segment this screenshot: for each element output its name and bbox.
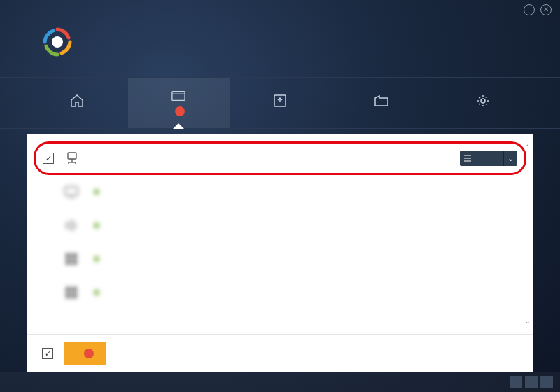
close-button[interactable]: ✕ <box>540 4 552 15</box>
gplus-button[interactable] <box>540 376 553 388</box>
chevron-down-icon[interactable]: ⌄ <box>503 150 517 166</box>
svg-rect-18 <box>72 260 77 265</box>
gear-icon <box>476 94 490 107</box>
display-icon <box>63 183 80 200</box>
svg-rect-13 <box>65 187 78 195</box>
backup-icon <box>273 94 287 107</box>
brand <box>42 27 81 57</box>
svg-rect-5 <box>68 153 76 159</box>
driver-row <box>36 175 524 209</box>
update-button[interactable]: ⌄ <box>460 150 517 166</box>
driver-row <box>36 242 524 276</box>
driver-row <box>36 276 524 309</box>
status-dot-icon <box>94 223 99 228</box>
scroll-up-icon[interactable]: ⌃ <box>524 143 532 151</box>
svg-rect-19 <box>66 287 71 292</box>
svg-point-4 <box>481 99 485 103</box>
status-dot-icon <box>94 189 99 195</box>
twitter-button[interactable] <box>525 376 538 388</box>
svg-rect-16 <box>72 253 77 258</box>
select-all-checkbox[interactable] <box>42 348 53 359</box>
network-adapter-icon <box>64 150 80 167</box>
download-install-button[interactable] <box>64 342 106 365</box>
status-dot-icon <box>94 256 99 262</box>
svg-rect-15 <box>66 253 71 258</box>
panel-footer <box>27 334 533 372</box>
svg-point-0 <box>52 36 63 48</box>
main-nav <box>0 77 560 129</box>
status-bar <box>0 372 560 392</box>
nav-home[interactable] <box>27 78 128 128</box>
status-dot-icon <box>94 290 99 295</box>
audio-icon <box>63 217 80 234</box>
nav-settings[interactable] <box>432 78 533 128</box>
scroll-down-icon[interactable]: ⌄ <box>524 317 532 326</box>
driver-list: ⌄ ⌃ ⌄ <box>27 134 533 334</box>
row-checkbox[interactable] <box>43 153 54 164</box>
details-icon <box>460 150 475 166</box>
nav-backup[interactable] <box>230 78 331 128</box>
system-icon <box>63 284 80 301</box>
svg-rect-1 <box>172 92 185 101</box>
system-icon <box>63 251 80 267</box>
restore-icon <box>374 94 388 107</box>
svg-rect-21 <box>66 293 71 298</box>
updates-badge <box>175 106 185 116</box>
app-logo-icon <box>42 27 73 57</box>
updates-icon <box>172 90 186 102</box>
scrollbar[interactable]: ⌃ ⌄ <box>524 143 532 326</box>
facebook-button[interactable] <box>510 376 522 388</box>
driver-row-highlighted: ⌄ <box>34 141 526 175</box>
svg-rect-20 <box>72 287 77 292</box>
nav-restore[interactable] <box>330 78 432 128</box>
svg-rect-17 <box>66 260 71 265</box>
home-icon <box>70 94 84 107</box>
minimize-button[interactable]: — <box>524 4 535 15</box>
nav-driver-updates[interactable] <box>128 78 230 128</box>
svg-rect-22 <box>72 293 77 298</box>
driver-row <box>36 209 524 242</box>
download-badge <box>84 349 94 358</box>
content-panel: ⌄ ⌃ ⌄ <box>27 134 533 372</box>
